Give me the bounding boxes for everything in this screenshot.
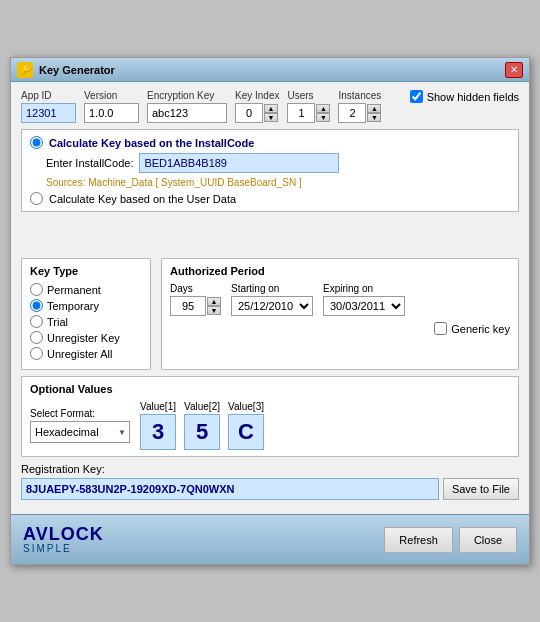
format-select[interactable]: Hexadecimal Decimal Octal <box>30 421 130 443</box>
window-title: Key Generator <box>39 64 505 76</box>
value2-box[interactable]: 5 <box>184 414 220 450</box>
starting-date-select[interactable]: 25/12/2010 <box>231 296 313 316</box>
auth-period-cols: Days ▲ ▼ Starting on 25/12/2010 <box>170 283 510 316</box>
install-code-input[interactable] <box>139 153 339 173</box>
value-group: Value[1] 3 Value[2] 5 Value[3] C <box>140 401 264 450</box>
footer-logo: AVLOCK SIMPLE <box>23 525 384 554</box>
users-value: 1 <box>287 103 315 123</box>
version-input[interactable] <box>84 103 139 123</box>
days-input[interactable] <box>170 296 206 316</box>
users-group: Users 1 ▲ ▼ <box>287 90 330 123</box>
expiring-date-select[interactable]: 30/03/2011 <box>323 296 405 316</box>
users-up[interactable]: ▲ <box>316 104 330 113</box>
instances-label: Instances <box>338 90 381 101</box>
install-code-radio[interactable] <box>30 136 43 149</box>
show-hidden-label: Show hidden fields <box>427 91 519 103</box>
key-index-down[interactable]: ▼ <box>264 113 278 122</box>
enc-key-label: Encryption Key <box>147 90 227 101</box>
bottom-section: Key Type Permanent Temporary Trial Unreg… <box>21 258 519 370</box>
auth-period-title: Authorized Period <box>170 265 510 277</box>
title-close-button[interactable]: ✕ <box>505 62 523 78</box>
instances-group: Instances 2 ▲ ▼ <box>338 90 381 123</box>
value3-col: Value[3] C <box>228 401 264 450</box>
version-label: Version <box>84 90 139 101</box>
user-data-radio[interactable] <box>30 192 43 205</box>
value1-label: Value[1] <box>140 401 176 412</box>
user-data-radio-row: Calculate Key based on the User Data <box>30 192 510 205</box>
close-button[interactable]: Close <box>459 527 517 553</box>
unregister-all-label: Unregister All <box>47 348 112 360</box>
format-select-wrap: Hexadecimal Decimal Octal <box>30 421 130 443</box>
app-id-input[interactable] <box>21 103 76 123</box>
refresh-button[interactable]: Refresh <box>384 527 453 553</box>
key-index-up[interactable]: ▲ <box>264 104 278 113</box>
auth-period-box: Authorized Period Days ▲ ▼ Star <box>161 258 519 370</box>
app-id-group: App ID <box>21 90 76 123</box>
show-hidden-checkbox[interactable] <box>410 90 423 103</box>
footer-buttons: Refresh Close <box>384 527 517 553</box>
generic-key-label: Generic key <box>451 323 510 335</box>
instances-down[interactable]: ▼ <box>367 113 381 122</box>
install-code-section: Calculate Key based on the InstallCode E… <box>21 129 519 212</box>
users-spinner: ▲ ▼ <box>316 104 330 122</box>
starting-col: Starting on 25/12/2010 <box>231 283 313 316</box>
starting-label: Starting on <box>231 283 313 294</box>
spacer <box>21 218 519 258</box>
generic-key-checkbox[interactable] <box>434 322 447 335</box>
expiring-col: Expiring on 30/03/2011 <box>323 283 405 316</box>
key-type-permanent: Permanent <box>30 283 142 296</box>
title-bar: 🔑 Key Generator ✕ <box>11 58 529 82</box>
unregister-all-radio[interactable] <box>30 347 43 360</box>
unregister-key-radio[interactable] <box>30 331 43 344</box>
install-code-input-row: Enter InstallCode: <box>46 153 510 173</box>
key-index-label: Key Index <box>235 90 279 101</box>
optional-row: Select Format: Hexadecimal Decimal Octal… <box>30 401 510 450</box>
enc-key-input[interactable] <box>147 103 227 123</box>
value2-label: Value[2] <box>184 401 220 412</box>
optional-values-box: Optional Values Select Format: Hexadecim… <box>21 376 519 457</box>
save-to-file-button[interactable]: Save to File <box>443 478 519 500</box>
value3-box[interactable]: C <box>228 414 264 450</box>
days-up[interactable]: ▲ <box>207 297 221 306</box>
instances-up[interactable]: ▲ <box>367 104 381 113</box>
optional-title: Optional Values <box>30 383 510 395</box>
footer: AVLOCK SIMPLE Refresh Close <box>11 514 529 564</box>
enc-key-group: Encryption Key <box>147 90 227 123</box>
value2-col: Value[2] 5 <box>184 401 220 450</box>
temporary-label: Temporary <box>47 300 99 312</box>
reg-key-row: Save to File <box>21 478 519 500</box>
window-icon: 🔑 <box>17 62 33 78</box>
trial-radio[interactable] <box>30 315 43 328</box>
unregister-key-label: Unregister Key <box>47 332 120 344</box>
version-group: Version <box>84 90 139 123</box>
user-data-label: Calculate Key based on the User Data <box>49 193 236 205</box>
reg-key-label: Registration Key: <box>21 463 519 475</box>
generic-key-row: Generic key <box>170 322 510 335</box>
install-code-label: Calculate Key based on the InstallCode <box>49 137 254 149</box>
key-index-value: 0 <box>235 103 263 123</box>
trial-label: Trial <box>47 316 68 328</box>
registration-key-input[interactable] <box>21 478 439 500</box>
value3-label: Value[3] <box>228 401 264 412</box>
registration-key-section: Registration Key: Save to File <box>21 463 519 500</box>
days-row: ▲ ▼ <box>170 296 221 316</box>
value1-box[interactable]: 3 <box>140 414 176 450</box>
permanent-radio[interactable] <box>30 283 43 296</box>
format-group: Select Format: Hexadecimal Decimal Octal <box>30 408 130 443</box>
logo-text2: SIMPLE <box>23 543 384 554</box>
users-label: Users <box>287 90 330 101</box>
enter-install-label: Enter InstallCode: <box>46 157 133 169</box>
key-type-box: Key Type Permanent Temporary Trial Unreg… <box>21 258 151 370</box>
key-type-title: Key Type <box>30 265 142 277</box>
value1-col: Value[1] 3 <box>140 401 176 450</box>
days-spinner: ▲ ▼ <box>207 297 221 315</box>
show-hidden-group: Show hidden fields <box>410 90 519 103</box>
key-index-spinner: ▲ ▼ <box>264 104 278 122</box>
logo-text1: AVLOCK <box>23 525 384 543</box>
days-down[interactable]: ▼ <box>207 306 221 315</box>
install-code-radio-row: Calculate Key based on the InstallCode <box>30 136 510 149</box>
permanent-label: Permanent <box>47 284 101 296</box>
temporary-radio[interactable] <box>30 299 43 312</box>
format-label: Select Format: <box>30 408 130 419</box>
users-down[interactable]: ▼ <box>316 113 330 122</box>
